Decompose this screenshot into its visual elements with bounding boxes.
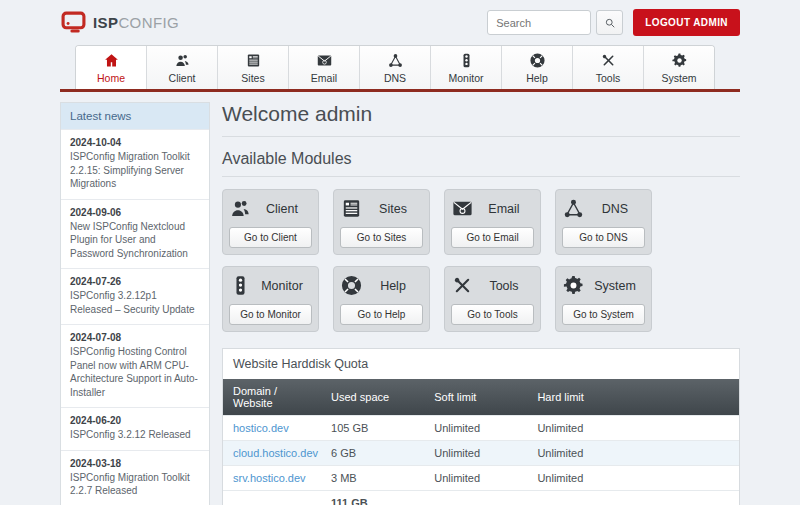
module-title: Help — [363, 279, 423, 293]
tab-sites[interactable]: Sites — [218, 46, 289, 89]
module-card-email: Email Go to Email — [444, 189, 541, 255]
page-container: ISPCONFIG LOGOUT ADMIN Home Client Sites — [60, 0, 740, 505]
domain-link[interactable]: srv.hostico.dev — [233, 472, 306, 484]
tab-email[interactable]: Email — [289, 46, 360, 89]
module-title: DNS — [585, 202, 645, 216]
news-text: ISPConfig Migration Toolkit 2.2.15: Simp… — [70, 150, 200, 191]
go-to-sites-button[interactable]: Go to Sites — [340, 227, 423, 248]
modules-grid: Client Go to Client Sites Go to Sites Em… — [222, 189, 740, 332]
news-date: 2024-09-06 — [70, 207, 200, 218]
tab-dns[interactable]: DNS — [360, 46, 431, 89]
table-row: cloud.hostico.dev 6 GB Unlimited Unlimit… — [223, 441, 739, 466]
tab-label: DNS — [384, 72, 406, 84]
available-modules-title: Available Modules — [222, 150, 740, 177]
go-to-email-button[interactable]: Go to Email — [451, 227, 534, 248]
tab-label: System — [661, 72, 696, 84]
email-icon — [316, 52, 333, 69]
email-icon — [451, 197, 474, 220]
go-to-client-button[interactable]: Go to Client — [229, 227, 312, 248]
monitor-icon — [458, 52, 475, 69]
total-used-space: 111 GB — [321, 491, 424, 505]
module-title: Email — [474, 202, 534, 216]
hard-limit-cell: Unlimited — [527, 441, 739, 466]
news-text: ISPConfig 3.2.12 Released — [70, 428, 200, 442]
tab-label: Home — [97, 72, 125, 84]
used-space-cell: 3 MB — [321, 466, 424, 491]
module-title: System — [585, 279, 645, 293]
main-content: Welcome admin Available Modules Client G… — [222, 102, 740, 505]
logout-admin-button[interactable]: LOGOUT ADMIN — [633, 9, 740, 36]
module-card-dns: DNS Go to DNS — [555, 189, 652, 255]
list-item[interactable]: 2024-03-18 ISPConfig Migration Toolkit 2… — [61, 450, 209, 505]
search-input[interactable] — [487, 10, 591, 35]
tab-client[interactable]: Client — [147, 46, 218, 89]
domain-link[interactable]: hostico.dev — [233, 422, 289, 434]
list-item[interactable]: 2024-10-04 ISPConfig Migration Toolkit 2… — [61, 129, 209, 199]
panel-title: Website Harddisk Quota — [223, 349, 739, 379]
module-card-help: Help Go to Help — [333, 266, 430, 332]
column-header: Soft limit — [424, 379, 527, 416]
news-date: 2024-06-20 — [70, 415, 200, 426]
tab-system[interactable]: System — [644, 46, 714, 89]
gear-icon — [562, 274, 585, 297]
nav-tabs: Home Client Sites Email DNS Monitor — [75, 45, 715, 89]
help-icon — [340, 274, 363, 297]
top-bar: ISPCONFIG LOGOUT ADMIN — [60, 0, 740, 42]
client-icon — [229, 197, 252, 220]
tools-icon — [600, 52, 617, 69]
news-date: 2024-03-18 — [70, 458, 200, 469]
sites-icon — [245, 52, 262, 69]
soft-limit-cell: Unlimited — [424, 466, 527, 491]
table-total-row: 111 GB — [223, 491, 739, 505]
tab-label: Monitor — [448, 72, 483, 84]
tab-help[interactable]: Help — [502, 46, 573, 89]
used-space-cell: 6 GB — [321, 441, 424, 466]
news-text: ISPConfig Migration Toolkit 2.2.7 Releas… — [70, 471, 200, 498]
list-item[interactable]: 2024-09-06 New ISPConfig Nextcloud Plugi… — [61, 199, 209, 269]
latest-news-header: Latest news — [61, 103, 209, 129]
search-button[interactable] — [596, 10, 623, 35]
home-icon — [103, 52, 120, 69]
dns-icon — [562, 197, 585, 220]
main-navigation: Home Client Sites Email DNS Monitor — [60, 45, 740, 92]
go-to-monitor-button[interactable]: Go to Monitor — [229, 304, 312, 325]
list-item[interactable]: 2024-07-26 ISPConfig 3.2.12p1 Released –… — [61, 268, 209, 324]
hard-limit-cell: Unlimited — [527, 416, 739, 441]
website-harddisk-quota-panel: Website Harddisk Quota Domain / Website … — [222, 348, 740, 505]
tab-label: Tools — [596, 72, 621, 84]
sites-icon — [340, 197, 363, 220]
go-to-dns-button[interactable]: Go to DNS — [562, 227, 645, 248]
module-card-system: System Go to System — [555, 266, 652, 332]
tab-label: Client — [169, 72, 196, 84]
latest-news-panel: Latest news 2024-10-04 ISPConfig Migrati… — [60, 102, 210, 505]
ispconfig-logo[interactable]: ISPCONFIG — [60, 10, 179, 35]
go-to-tools-button[interactable]: Go to Tools — [451, 304, 534, 325]
news-date: 2024-07-26 — [70, 276, 200, 287]
harddisk-quota-table: Domain / Website Used space Soft limit H… — [223, 379, 739, 505]
go-to-system-button[interactable]: Go to System — [562, 304, 645, 325]
module-card-tools: Tools Go to Tools — [444, 266, 541, 332]
tab-label: Email — [311, 72, 337, 84]
column-header: Hard limit — [527, 379, 739, 416]
go-to-help-button[interactable]: Go to Help — [340, 304, 423, 325]
list-item[interactable]: 2024-07-08 ISPConfig Hosting Control Pan… — [61, 324, 209, 407]
tab-monitor[interactable]: Monitor — [431, 46, 502, 89]
used-space-cell: 105 GB — [321, 416, 424, 441]
tab-home[interactable]: Home — [76, 46, 147, 89]
list-item[interactable]: 2024-06-20 ISPConfig 3.2.12 Released — [61, 407, 209, 450]
tab-tools[interactable]: Tools — [573, 46, 644, 89]
domain-link[interactable]: cloud.hostico.dev — [233, 447, 318, 459]
logo-text: ISPCONFIG — [93, 14, 179, 31]
news-text: ISPConfig Hosting Control Panel now with… — [70, 345, 200, 399]
news-date: 2024-07-08 — [70, 332, 200, 343]
column-header: Used space — [321, 379, 424, 416]
news-date: 2024-10-04 — [70, 137, 200, 148]
module-card-monitor: Monitor Go to Monitor — [222, 266, 319, 332]
search-icon — [604, 17, 616, 29]
module-title: Monitor — [252, 279, 312, 293]
soft-limit-cell: Unlimited — [424, 416, 527, 441]
top-right-controls: LOGOUT ADMIN — [487, 9, 740, 36]
column-header: Domain / Website — [223, 379, 321, 416]
dns-icon — [387, 52, 404, 69]
module-title: Client — [252, 202, 312, 216]
